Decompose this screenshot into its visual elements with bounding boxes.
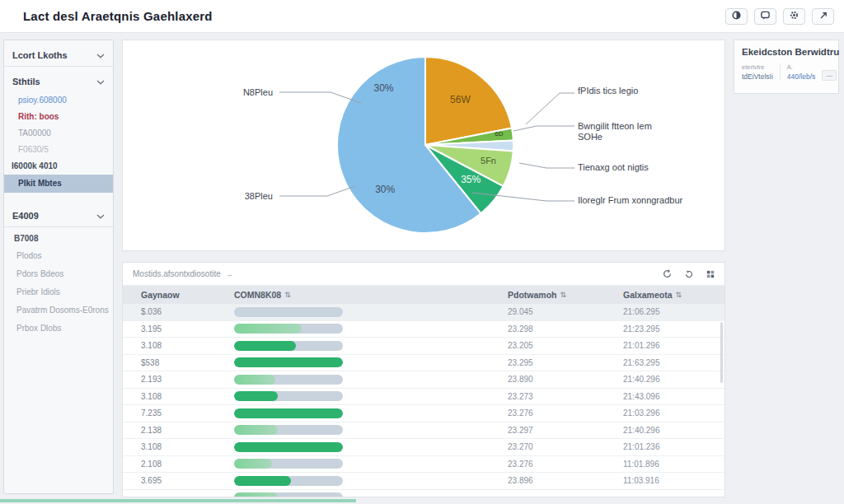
callout-line — [519, 163, 574, 168]
header-action-share[interactable] — [812, 8, 834, 25]
progress-fill — [234, 476, 291, 486]
progress-bar — [234, 492, 343, 497]
more-button[interactable]: — — [822, 70, 837, 81]
cell-progress — [234, 476, 508, 486]
cell-value: 23.298 — [508, 324, 623, 334]
progress-fill — [234, 341, 296, 351]
table-scrollbar[interactable] — [720, 322, 723, 383]
callout-label: Iloreglr Frum xonngradbur — [578, 195, 683, 205]
stat-block: etertvtre tdEiVtelsIi — [742, 63, 773, 81]
table-row[interactable]: 2.10823.27611:01.896 — [123, 456, 724, 474]
share-icon — [818, 9, 828, 24]
cell-value: 23.273 — [508, 392, 623, 401]
rotate-icon[interactable] — [685, 270, 693, 278]
progress-fill — [234, 375, 275, 385]
cell-value: 2.108 — [123, 460, 234, 469]
cell-value: 21:03.296 — [623, 408, 724, 418]
chevron-down-icon — [96, 50, 105, 60]
progress-fill — [234, 408, 343, 418]
cell-value: 21:63.295 — [623, 358, 724, 367]
sidebar-item[interactable]: psioy.608000 — [4, 92, 113, 109]
column-header[interactable]: COMN8K08 ⇅ — [234, 290, 508, 300]
table-row[interactable]: $.03629.04521:06.295 — [123, 304, 724, 321]
cell-value: 21:01.296 — [623, 341, 724, 350]
header-action-chat[interactable] — [754, 8, 776, 25]
table-row[interactable]: 3.69523.89611:03.916 — [123, 473, 724, 490]
sidebar-section: E4009B7008PlodosPdors BdeosPriebr Idiols… — [4, 204, 113, 338]
table-filter-dropdown[interactable]: Mostids.afsontxdiosotite → — [133, 269, 233, 278]
sidebar-section-header[interactable]: E4009 — [4, 204, 113, 227]
progress-bar — [234, 476, 343, 486]
table-row[interactable]: 2.19323.89021:40.296 — [123, 371, 724, 389]
cell-value: 3.108 — [123, 442, 234, 451]
sidebar-item[interactable]: F0630/5 — [4, 142, 113, 158]
cell-value: 3.195 — [123, 324, 234, 334]
column-header[interactable]: Gaynaow — [123, 290, 234, 300]
cell-value: 21:43.096 — [623, 392, 724, 401]
pie-slice-value-label: 35% — [461, 174, 481, 185]
column-header[interactable]: Galxameota ⇅ — [623, 290, 724, 300]
pie-slice-value-label: 30% — [375, 184, 395, 195]
pie-chart-card: 56W6D5Fn35%30%30%N8Pleu38PleufPIdis tics… — [122, 40, 725, 251]
cell-progress — [234, 307, 508, 317]
sidebar-item[interactable]: Priebr Idiols — [4, 283, 113, 301]
cell-value: 23.276 — [508, 408, 623, 418]
sidebar-item[interactable]: B7008 — [4, 231, 113, 247]
cell-value: 11:03.916 — [623, 476, 724, 485]
cell-progress — [234, 408, 508, 418]
cell-value: 21:23.295 — [623, 324, 724, 334]
cell-value: 21:40.296 — [623, 426, 724, 435]
sidebar-item[interactable]: Plodos — [4, 247, 113, 265]
table-row[interactable]: 3.10823.27321:43.096 — [123, 389, 724, 406]
header-action-globe[interactable] — [725, 8, 748, 25]
sidebar-section-label: E4009 — [12, 211, 39, 221]
cell-value: 23.295 — [508, 358, 623, 367]
sidebar-section-header[interactable]: Sthtils — [4, 70, 113, 92]
cell-value: 3.108 — [123, 341, 234, 350]
sidebar-item[interactable]: Prbox Dlobs — [4, 320, 113, 338]
grid-icon[interactable] — [706, 270, 715, 278]
sidebar-section-header[interactable]: Lcort Lkoths — [4, 44, 113, 67]
sidebar-item[interactable]: TA00000 — [4, 125, 113, 142]
cell-progress — [234, 357, 508, 367]
table-row[interactable]: 3.10823.27021:01.236 — [123, 439, 724, 456]
header-action-gear[interactable] — [783, 8, 805, 25]
table-row[interactable]: 3.19523.29821:23.295 — [123, 321, 724, 338]
cell-progress — [234, 459, 508, 469]
table-row[interactable] — [123, 490, 724, 498]
cell-value: 23.276 — [508, 460, 623, 469]
sidebar-item[interactable]: Pdors Bdeos — [4, 265, 113, 283]
cell-value: 2.138 — [123, 426, 234, 435]
progress-fill — [234, 357, 343, 367]
sidebar-section-label: Lcort Lkoths — [12, 50, 68, 60]
sort-icon: ⇅ — [676, 291, 682, 299]
callout-line — [513, 126, 574, 131]
table-row[interactable]: 7.23523.27621:03.296 — [123, 405, 724, 422]
refresh-icon[interactable] — [663, 269, 672, 278]
progress-bar — [234, 408, 343, 418]
cell-value: 11:01.896 — [623, 460, 724, 469]
dropdown-arrow-icon: → — [226, 270, 233, 278]
cell-value: 29.045 — [508, 307, 623, 316]
cell-value: 23.270 — [508, 442, 623, 451]
sidebar-item[interactable]: PIkit Mbtes — [4, 175, 113, 193]
progress-bar — [234, 391, 343, 401]
right-panel-stats: etertvtre tdEiVtelsIi A. 440/leb/s — — [742, 63, 831, 81]
column-header[interactable]: Pdotwamoh ⇅ — [508, 290, 623, 300]
cell-progress — [234, 492, 508, 497]
sidebar-item[interactable]: I6000k 4010 — [4, 158, 113, 175]
table-row[interactable]: $53823.29521:63.295 — [123, 355, 724, 372]
sidebar-item[interactable]: Rith: boos — [4, 109, 113, 125]
progress-bar — [234, 357, 343, 367]
sidebar: Lcort LkothsSthtilspsioy.608000Rith: boo… — [3, 40, 114, 494]
cell-progress — [234, 425, 508, 435]
right-panel: Ekeidcston Berwidtru etertvtre tdEiVtels… — [734, 40, 839, 94]
cell-value: 21:40.296 — [623, 375, 724, 384]
cell-value: 3.108 — [123, 392, 234, 401]
pie-slice-value-label: 56W — [450, 94, 471, 105]
sort-icon: ⇅ — [560, 291, 567, 299]
sidebar-item[interactable]: Pavatrm Dosoms-E0rons — [4, 301, 113, 320]
cell-value: $538 — [123, 358, 234, 367]
table-row[interactable]: 3.10823.20521:01.296 — [123, 338, 724, 355]
table-row[interactable]: 2.13823.29721:40.296 — [123, 422, 724, 440]
